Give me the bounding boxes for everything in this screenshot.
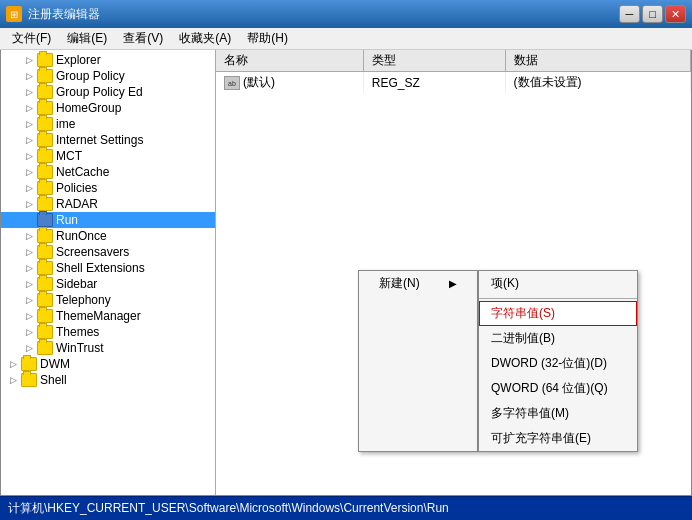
- expander-icon: ▷: [21, 87, 37, 97]
- status-path: 计算机\HKEY_CURRENT_USER\Software\Microsoft…: [8, 500, 449, 517]
- col-type: 类型: [363, 50, 505, 72]
- tree-item-label: Themes: [56, 325, 99, 339]
- folder-icon: [37, 69, 53, 83]
- folder-icon: [21, 373, 37, 387]
- menu-edit[interactable]: 编辑(E): [59, 28, 115, 49]
- folder-icon: [37, 341, 53, 355]
- folder-icon: [37, 149, 53, 163]
- submenu-item-multistring[interactable]: 多字符串值(M): [479, 401, 637, 426]
- folder-icon: [37, 309, 53, 323]
- submenu-item-string[interactable]: 字符串值(S): [479, 301, 637, 326]
- folder-icon: [37, 117, 53, 131]
- table-row[interactable]: ab (默认) REG_SZ (数值未设置): [216, 72, 691, 94]
- submenu-arrow-icon: ▶: [449, 278, 457, 289]
- folder-icon: [37, 245, 53, 259]
- context-menu: 新建(N) ▶: [358, 270, 478, 452]
- tree-item-themes[interactable]: ▷ Themes: [1, 324, 215, 340]
- menu-favorites[interactable]: 收藏夹(A): [171, 28, 239, 49]
- folder-icon: [37, 229, 53, 243]
- tree-item-label: Shell Extensions: [56, 261, 145, 275]
- tree-item-label: Shell: [40, 373, 67, 387]
- menu-file[interactable]: 文件(F): [4, 28, 59, 49]
- folder-icon: [37, 277, 53, 291]
- expander-icon: ▷: [5, 375, 21, 385]
- folder-icon: [37, 181, 53, 195]
- context-menu-container: 新建(N) ▶ 项(K) 字符串值(S) 二进制值(B) DWORD (32-位…: [358, 270, 638, 452]
- expander-icon: ▷: [21, 183, 37, 193]
- submenu-item-qword[interactable]: QWORD (64 位值)(Q): [479, 376, 637, 401]
- menu-view[interactable]: 查看(V): [115, 28, 171, 49]
- tree-item-shell-extensions[interactable]: ▷ Shell Extensions: [1, 260, 215, 276]
- tree-item-label: Screensavers: [56, 245, 129, 259]
- tree-item-label: RADAR: [56, 197, 98, 211]
- tree-item-label: HomeGroup: [56, 101, 121, 115]
- tree-item-radar[interactable]: ▷ RADAR: [1, 196, 215, 212]
- menu-help[interactable]: 帮助(H): [239, 28, 296, 49]
- expander-icon: ▷: [21, 199, 37, 209]
- expander-icon: ▷: [21, 295, 37, 305]
- minimize-button[interactable]: ─: [619, 5, 640, 23]
- close-button[interactable]: ✕: [665, 5, 686, 23]
- folder-icon: [37, 133, 53, 147]
- tree-item-ime[interactable]: ▷ ime: [1, 116, 215, 132]
- expander-icon: ▷: [21, 311, 37, 321]
- tree-item-run[interactable]: Run: [1, 212, 215, 228]
- folder-icon: [37, 325, 53, 339]
- tree-item-policies[interactable]: ▷ Policies: [1, 180, 215, 196]
- tree-item-shell[interactable]: ▷ Shell: [1, 372, 215, 388]
- tree-item-label: ThemeManager: [56, 309, 141, 323]
- tree-item-runonce[interactable]: ▷ RunOnce: [1, 228, 215, 244]
- tree-item-label: Run: [56, 213, 78, 227]
- tree-item-label: Group Policy: [56, 69, 125, 83]
- tree-item-group-policy[interactable]: ▷ Group Policy: [1, 68, 215, 84]
- tree-item-netcache[interactable]: ▷ NetCache: [1, 164, 215, 180]
- tree-item-dwm[interactable]: ▷ DWM: [1, 356, 215, 372]
- tree-pane[interactable]: ▷ Explorer ▷ Group Policy ▷ Group Policy…: [1, 50, 216, 495]
- submenu-item-dword[interactable]: DWORD (32-位值)(D): [479, 351, 637, 376]
- expander-icon: ▷: [21, 343, 37, 353]
- tree-item-explorer[interactable]: ▷ Explorer: [1, 52, 215, 68]
- tree-item-homegroup[interactable]: ▷ HomeGroup: [1, 100, 215, 116]
- expander-icon: ▷: [5, 359, 21, 369]
- tree-item-screensavers[interactable]: ▷ Screensavers: [1, 244, 215, 260]
- tree-item-label: WinTrust: [56, 341, 104, 355]
- window-title: 注册表编辑器: [28, 6, 619, 23]
- tree-item-label: Telephony: [56, 293, 111, 307]
- context-menu-new[interactable]: 新建(N) ▶: [359, 271, 477, 296]
- maximize-button[interactable]: □: [642, 5, 663, 23]
- folder-icon: [37, 213, 53, 227]
- folder-icon: [37, 85, 53, 99]
- tree-item-internet-settings[interactable]: ▷ Internet Settings: [1, 132, 215, 148]
- tree-item-label: Group Policy Ed: [56, 85, 143, 99]
- tree-item-label: Policies: [56, 181, 97, 195]
- tree-item-sidebar[interactable]: ▷ Sidebar: [1, 276, 215, 292]
- folder-icon: [37, 261, 53, 275]
- expander-icon: ▷: [21, 231, 37, 241]
- tree-item-group-policy-ed[interactable]: ▷ Group Policy Ed: [1, 84, 215, 100]
- folder-icon: [37, 293, 53, 307]
- row-name: ab (默认): [216, 72, 363, 94]
- expander-icon: ▷: [21, 327, 37, 337]
- tree-item-wintrust[interactable]: ▷ WinTrust: [1, 340, 215, 356]
- expander-icon: ▷: [21, 151, 37, 161]
- expander-icon: ▷: [21, 263, 37, 273]
- tree-item-label: RunOnce: [56, 229, 107, 243]
- tree-item-theme-manager[interactable]: ▷ ThemeManager: [1, 308, 215, 324]
- tree-item-mct[interactable]: ▷ MCT: [1, 148, 215, 164]
- expander-icon: ▷: [21, 135, 37, 145]
- context-menu-group: 新建(N) ▶ 项(K) 字符串值(S) 二进制值(B) DWORD (32-位…: [358, 270, 638, 452]
- expander-icon: ▷: [21, 279, 37, 289]
- expander-icon: ▷: [21, 119, 37, 129]
- submenu-item-expandstring[interactable]: 可扩充字符串值(E): [479, 426, 637, 451]
- submenu-item-binary[interactable]: 二进制值(B): [479, 326, 637, 351]
- col-data: 数据: [505, 50, 690, 72]
- folder-icon: [21, 357, 37, 371]
- tree-item-label: ime: [56, 117, 75, 131]
- tree-item-label: Sidebar: [56, 277, 97, 291]
- expander-icon: ▷: [21, 71, 37, 81]
- submenu-item-key[interactable]: 项(K): [479, 271, 637, 296]
- folder-icon: [37, 197, 53, 211]
- expander-icon: ▷: [21, 247, 37, 257]
- window-controls: ─ □ ✕: [619, 5, 686, 23]
- tree-item-telephony[interactable]: ▷ Telephony: [1, 292, 215, 308]
